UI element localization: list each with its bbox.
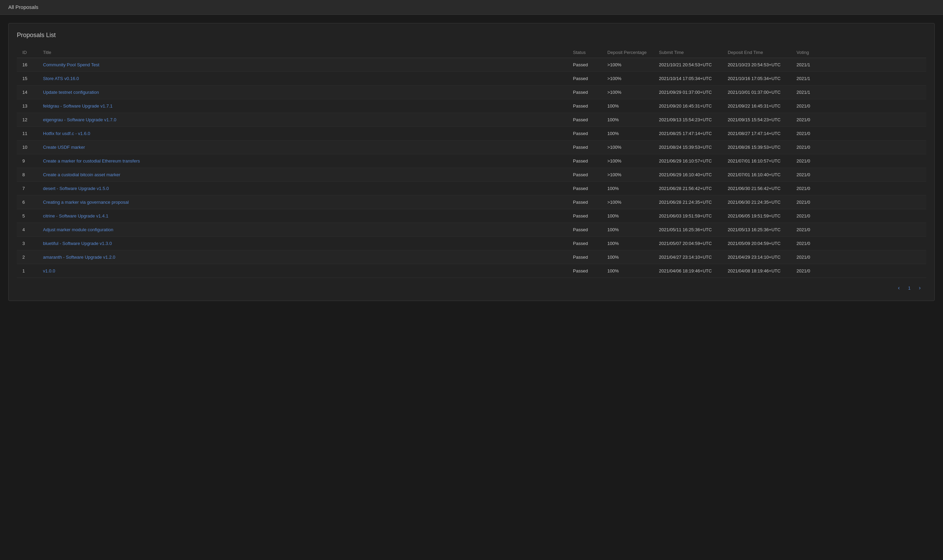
cell-deposit-pct: >100% — [602, 195, 653, 209]
proposal-title-link[interactable]: citrine - Software Upgrade v1.4.1 — [43, 213, 108, 218]
cell-title[interactable]: bluetiful - Software Upgrade v1.3.0 — [37, 237, 568, 251]
cell-title[interactable]: Community Pool Spend Test — [37, 58, 568, 72]
proposal-title-link[interactable]: Store ATS v0.16.0 — [43, 76, 79, 81]
cell-voting: 2021/0 — [791, 237, 926, 251]
cell-id: 5 — [17, 209, 37, 223]
cell-title[interactable]: Adjust marker module configuration — [37, 223, 568, 237]
cell-status: Passed — [568, 140, 602, 154]
cell-voting: 2021/0 — [791, 127, 926, 140]
proposal-title-link[interactable]: amaranth - Software Upgrade v1.2.0 — [43, 255, 115, 260]
proposal-title-link[interactable]: Hotfix for usdf.c - v1.6.0 — [43, 131, 90, 136]
main-content: Proposals List ID Title Status Deposit P… — [0, 15, 943, 309]
proposals-table: ID Title Status Deposit Percentage Submi… — [17, 47, 926, 278]
cell-title[interactable]: desert - Software Upgrade v1.5.0 — [37, 182, 568, 195]
cell-deposit-end: 2021/10/23 20:54:53+UTC — [722, 58, 791, 72]
cell-title[interactable]: eigengrau - Software Upgrade v1.7.0 — [37, 113, 568, 127]
cell-id: 7 — [17, 182, 37, 195]
cell-deposit-pct: >100% — [602, 86, 653, 99]
cell-deposit-end: 2021/04/29 23:14:10+UTC — [722, 251, 791, 264]
cell-status: Passed — [568, 209, 602, 223]
cell-title[interactable]: Creating a marker via governance proposa… — [37, 195, 568, 209]
cell-id: 11 — [17, 127, 37, 140]
table-row: 1v1.0.0Passed100%2021/04/06 18:19:46+UTC… — [17, 264, 926, 278]
proposal-title-link[interactable]: Adjust marker module configuration — [43, 227, 114, 232]
pagination-prev-button[interactable]: ‹ — [895, 283, 903, 292]
cell-deposit-end: 2021/10/16 17:05:34+UTC — [722, 72, 791, 86]
table-row: 8Create a custodial bitcoin asset marker… — [17, 168, 926, 182]
cell-title[interactable]: Create USDF marker — [37, 140, 568, 154]
cell-status: Passed — [568, 264, 602, 278]
cell-submit-time: 2021/04/27 23:14:10+UTC — [653, 251, 722, 264]
cell-voting: 2021/0 — [791, 195, 926, 209]
cell-title[interactable]: feldgrau - Software Upgrade v1.7.1 — [37, 99, 568, 113]
cell-status: Passed — [568, 237, 602, 251]
table-row: 5citrine - Software Upgrade v1.4.1Passed… — [17, 209, 926, 223]
proposal-title-link[interactable]: Create USDF marker — [43, 145, 85, 150]
cell-submit-time: 2021/08/24 15:39:53+UTC — [653, 140, 722, 154]
cell-title[interactable]: Update testnet configuration — [37, 86, 568, 99]
cell-title[interactable]: citrine - Software Upgrade v1.4.1 — [37, 209, 568, 223]
cell-title[interactable]: Create a marker for custodial Ethereum t… — [37, 154, 568, 168]
proposal-title-link[interactable]: Update testnet configuration — [43, 90, 99, 95]
cell-title[interactable]: Hotfix for usdf.c - v1.6.0 — [37, 127, 568, 140]
col-header-title: Title — [37, 47, 568, 58]
proposal-title-link[interactable]: bluetiful - Software Upgrade v1.3.0 — [43, 241, 112, 246]
proposal-title-link[interactable]: v1.0.0 — [43, 268, 55, 274]
cell-status: Passed — [568, 72, 602, 86]
cell-deposit-end: 2021/04/08 18:19:46+UTC — [722, 264, 791, 278]
cell-submit-time: 2021/06/28 21:24:35+UTC — [653, 195, 722, 209]
cell-submit-time: 2021/06/28 21:56:42+UTC — [653, 182, 722, 195]
cell-deposit-end: 2021/06/05 19:51:59+UTC — [722, 209, 791, 223]
cell-deposit-end: 2021/08/27 17:47:14+UTC — [722, 127, 791, 140]
cell-id: 3 — [17, 237, 37, 251]
table-row: 2amaranth - Software Upgrade v1.2.0Passe… — [17, 251, 926, 264]
cell-id: 15 — [17, 72, 37, 86]
table-row: 13feldgrau - Software Upgrade v1.7.1Pass… — [17, 99, 926, 113]
table-body: 16Community Pool Spend TestPassed>100%20… — [17, 58, 926, 278]
table-row: 4Adjust marker module configurationPasse… — [17, 223, 926, 237]
cell-deposit-end: 2021/06/30 21:56:42+UTC — [722, 182, 791, 195]
cell-status: Passed — [568, 58, 602, 72]
cell-deposit-end: 2021/05/13 16:25:36+UTC — [722, 223, 791, 237]
table-header: ID Title Status Deposit Percentage Submi… — [17, 47, 926, 58]
table-row: 12eigengrau - Software Upgrade v1.7.0Pas… — [17, 113, 926, 127]
cell-id: 16 — [17, 58, 37, 72]
proposal-title-link[interactable]: feldgrau - Software Upgrade v1.7.1 — [43, 103, 113, 109]
table-wrapper: ID Title Status Deposit Percentage Submi… — [17, 47, 926, 278]
cell-voting: 2021/0 — [791, 113, 926, 127]
cell-deposit-end: 2021/10/01 01:37:00+UTC — [722, 86, 791, 99]
proposal-title-link[interactable]: eigengrau - Software Upgrade v1.7.0 — [43, 117, 116, 122]
cell-deposit-pct: 100% — [602, 182, 653, 195]
cell-title[interactable]: Create a custodial bitcoin asset marker — [37, 168, 568, 182]
cell-id: 8 — [17, 168, 37, 182]
proposal-title-link[interactable]: Community Pool Spend Test — [43, 62, 99, 67]
cell-submit-time: 2021/10/21 20:54:53+UTC — [653, 58, 722, 72]
cell-submit-time: 2021/10/14 17:05:34+UTC — [653, 72, 722, 86]
proposal-title-link[interactable]: Create a marker for custodial Ethereum t… — [43, 158, 140, 163]
cell-status: Passed — [568, 223, 602, 237]
cell-deposit-pct: 100% — [602, 264, 653, 278]
proposal-title-link[interactable]: desert - Software Upgrade v1.5.0 — [43, 186, 109, 191]
cell-deposit-pct: >100% — [602, 72, 653, 86]
cell-voting: 2021/0 — [791, 209, 926, 223]
cell-title[interactable]: amaranth - Software Upgrade v1.2.0 — [37, 251, 568, 264]
cell-title[interactable]: v1.0.0 — [37, 264, 568, 278]
table-row: 7desert - Software Upgrade v1.5.0Passed1… — [17, 182, 926, 195]
proposal-title-link[interactable]: Create a custodial bitcoin asset marker — [43, 172, 120, 177]
header-row: ID Title Status Deposit Percentage Submi… — [17, 47, 926, 58]
table-row: 15Store ATS v0.16.0Passed>100%2021/10/14… — [17, 72, 926, 86]
cell-title[interactable]: Store ATS v0.16.0 — [37, 72, 568, 86]
cell-deposit-pct: >100% — [602, 140, 653, 154]
cell-deposit-end: 2021/05/09 20:04:59+UTC — [722, 237, 791, 251]
cell-deposit-end: 2021/06/30 21:24:35+UTC — [722, 195, 791, 209]
cell-status: Passed — [568, 182, 602, 195]
cell-id: 13 — [17, 99, 37, 113]
proposal-title-link[interactable]: Creating a marker via governance proposa… — [43, 200, 129, 205]
cell-submit-time: 2021/09/13 15:54:23+UTC — [653, 113, 722, 127]
pagination-next-button[interactable]: › — [916, 283, 923, 292]
table-row: 14Update testnet configurationPassed>100… — [17, 86, 926, 99]
cell-submit-time: 2021/08/25 17:47:14+UTC — [653, 127, 722, 140]
cell-status: Passed — [568, 154, 602, 168]
col-header-submit-time: Submit Time — [653, 47, 722, 58]
cell-submit-time: 2021/09/29 01:37:00+UTC — [653, 86, 722, 99]
